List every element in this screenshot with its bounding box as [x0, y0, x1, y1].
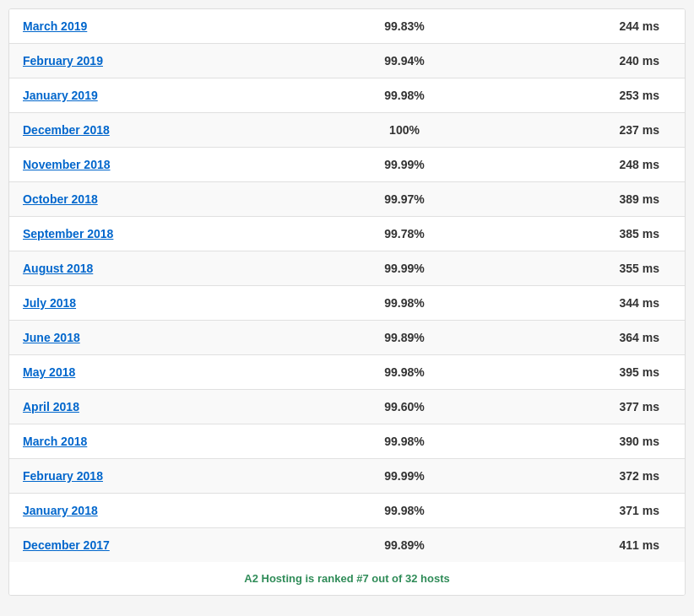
ranking-footer: A2 Hosting is ranked #7 out of 32 hosts [9, 562, 685, 595]
response-cell: 355 ms [496, 251, 685, 286]
response-cell: 385 ms [496, 217, 685, 251]
month-link[interactable]: February 2018 [23, 469, 103, 483]
table-row: April 201899.60%377 ms [9, 390, 685, 424]
month-link[interactable]: December 2017 [23, 538, 110, 552]
month-cell: November 2018 [9, 148, 313, 182]
month-cell: May 2018 [9, 355, 313, 390]
uptime-cell: 99.83% [313, 9, 496, 44]
table-row: January 201999.98%253 ms [9, 78, 685, 113]
month-cell: October 2018 [9, 182, 313, 217]
month-link[interactable]: July 2018 [23, 296, 76, 310]
table-row: February 201899.99%372 ms [9, 459, 685, 494]
month-cell: January 2018 [9, 494, 313, 528]
month-link[interactable]: December 2018 [23, 123, 110, 137]
month-link[interactable]: March 2018 [23, 435, 87, 448]
uptime-cell: 100% [313, 113, 496, 148]
response-cell: 237 ms [496, 113, 685, 148]
uptime-cell: 99.99% [313, 148, 496, 182]
table-row: July 201899.98%344 ms [9, 286, 685, 321]
month-link[interactable]: September 2018 [23, 227, 113, 240]
table-row: June 201899.89%364 ms [9, 321, 685, 355]
response-cell: 253 ms [496, 78, 685, 113]
uptime-table: March 201999.83%244 msFebruary 201999.94… [9, 9, 685, 562]
table-row: September 201899.78%385 ms [9, 217, 685, 251]
table-row: October 201899.97%389 ms [9, 182, 685, 217]
month-cell: July 2018 [9, 286, 313, 321]
uptime-cell: 99.98% [313, 355, 496, 390]
uptime-cell: 99.98% [313, 78, 496, 113]
uptime-cell: 99.98% [313, 424, 496, 459]
month-link[interactable]: March 2019 [23, 19, 87, 33]
month-link[interactable]: June 2018 [23, 331, 80, 344]
uptime-cell: 99.89% [313, 528, 496, 563]
table-row: December 2018100%237 ms [9, 113, 685, 148]
uptime-cell: 99.89% [313, 321, 496, 355]
uptime-cell: 99.99% [313, 251, 496, 286]
response-cell: 389 ms [496, 182, 685, 217]
table-row: March 201899.98%390 ms [9, 424, 685, 459]
uptime-cell: 99.98% [313, 494, 496, 528]
month-link[interactable]: August 2018 [23, 262, 93, 275]
month-cell: January 2019 [9, 78, 313, 113]
ranking-text: A2 Hosting is ranked #7 out of 32 hosts [244, 572, 449, 585]
table-row: December 201799.89%411 ms [9, 528, 685, 563]
main-container: March 201999.83%244 msFebruary 201999.94… [8, 8, 686, 596]
uptime-cell: 99.94% [313, 44, 496, 78]
month-cell: September 2018 [9, 217, 313, 251]
month-cell: December 2017 [9, 528, 313, 563]
month-link[interactable]: October 2018 [23, 192, 98, 206]
month-link[interactable]: January 2019 [23, 89, 98, 102]
month-cell: December 2018 [9, 113, 313, 148]
response-cell: 372 ms [496, 459, 685, 494]
table-row: February 201999.94%240 ms [9, 44, 685, 78]
uptime-cell: 99.98% [313, 286, 496, 321]
month-cell: February 2019 [9, 44, 313, 78]
table-row: March 201999.83%244 ms [9, 9, 685, 44]
response-cell: 344 ms [496, 286, 685, 321]
table-row: May 201899.98%395 ms [9, 355, 685, 390]
table-row: August 201899.99%355 ms [9, 251, 685, 286]
month-cell: August 2018 [9, 251, 313, 286]
month-link[interactable]: January 2018 [23, 504, 98, 517]
uptime-cell: 99.78% [313, 217, 496, 251]
response-cell: 377 ms [496, 390, 685, 424]
month-cell: June 2018 [9, 321, 313, 355]
uptime-cell: 99.60% [313, 390, 496, 424]
month-link[interactable]: November 2018 [23, 158, 111, 171]
month-cell: April 2018 [9, 390, 313, 424]
response-cell: 411 ms [496, 528, 685, 563]
response-cell: 240 ms [496, 44, 685, 78]
month-link[interactable]: February 2019 [23, 54, 103, 68]
response-cell: 364 ms [496, 321, 685, 355]
month-cell: March 2018 [9, 424, 313, 459]
response-cell: 248 ms [496, 148, 685, 182]
month-cell: March 2019 [9, 9, 313, 44]
response-cell: 371 ms [496, 494, 685, 528]
response-cell: 390 ms [496, 424, 685, 459]
response-cell: 244 ms [496, 9, 685, 44]
month-link[interactable]: April 2018 [23, 400, 79, 413]
month-link[interactable]: May 2018 [23, 365, 75, 379]
uptime-cell: 99.99% [313, 459, 496, 494]
response-cell: 395 ms [496, 355, 685, 390]
table-row: January 201899.98%371 ms [9, 494, 685, 528]
table-row: November 201899.99%248 ms [9, 148, 685, 182]
month-cell: February 2018 [9, 459, 313, 494]
uptime-cell: 99.97% [313, 182, 496, 217]
